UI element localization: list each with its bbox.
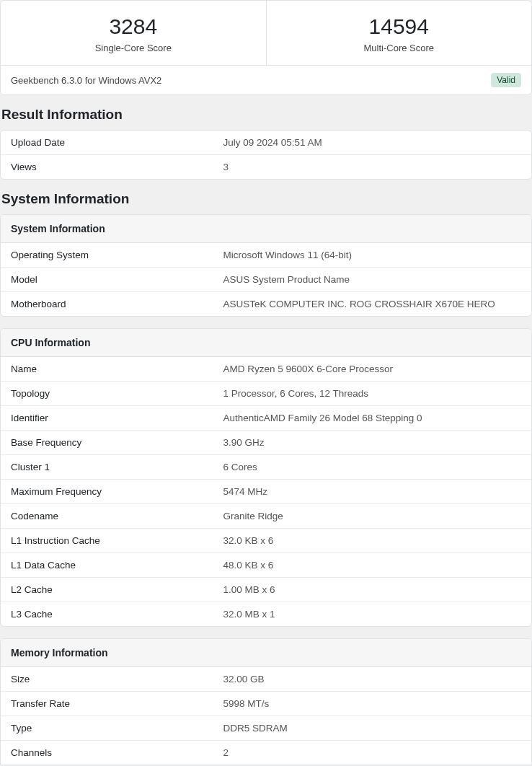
row-label: Size (1, 667, 213, 692)
single-core-cell: 3284 Single-Core Score (1, 1, 267, 65)
row-label: Channels (1, 741, 213, 765)
row-label: Type (1, 716, 213, 741)
single-core-value: 3284 (1, 14, 266, 40)
row-value: Granite Ridge (213, 504, 531, 529)
table-row: L3 Cache32.0 MB x 1 (1, 602, 531, 627)
row-label: Codename (1, 504, 213, 529)
row-value: AMD Ryzen 5 9600X 6-Core Processor (213, 357, 531, 382)
table-row: Topology1 Processor, 6 Cores, 12 Threads (1, 382, 531, 406)
table-header-label: CPU Information (1, 329, 531, 357)
row-label: L2 Cache (1, 578, 213, 602)
table-row: Operating System Microsoft Windows 11 (6… (1, 243, 531, 268)
version-text: Geekbench 6.3.0 for Windows AVX2 (11, 75, 161, 86)
row-label: Maximum Frequency (1, 480, 213, 504)
table-row: Model ASUS System Product Name (1, 268, 531, 292)
row-label: Name (1, 357, 213, 382)
row-value: 6 Cores (213, 455, 531, 480)
table-row: Maximum Frequency5474 MHz (1, 480, 531, 504)
row-label: Motherboard (1, 292, 213, 317)
row-label: Identifier (1, 406, 213, 431)
table-header: CPU Information (1, 329, 531, 357)
table-row: Views 3 (1, 155, 531, 180)
table-row: NameAMD Ryzen 5 9600X 6-Core Processor (1, 357, 531, 382)
scores-card: 3284 Single-Core Score 14594 Multi-Core … (0, 0, 532, 95)
row-label: Topology (1, 382, 213, 406)
row-value: DDR5 SDRAM (213, 716, 531, 741)
table-row: CodenameGranite Ridge (1, 504, 531, 529)
row-value: ASUSTeK COMPUTER INC. ROG CROSSHAIR X670… (213, 292, 531, 317)
table-row: Transfer Rate5998 MT/s (1, 692, 531, 716)
table-row: L1 Instruction Cache32.0 KB x 6 (1, 529, 531, 553)
row-value: July 09 2024 05:51 AM (213, 131, 531, 155)
table-row: Motherboard ASUSTeK COMPUTER INC. ROG CR… (1, 292, 531, 317)
table-row: Upload Date July 09 2024 05:51 AM (1, 131, 531, 155)
row-value: ASUS System Product Name (213, 268, 531, 292)
row-label: Cluster 1 (1, 455, 213, 480)
table-header-label: Memory Information (1, 639, 531, 667)
row-value: 32.00 GB (213, 667, 531, 692)
row-value: 32.0 MB x 1 (213, 602, 531, 627)
result-info-heading: Result Information (1, 107, 532, 123)
table-row: L1 Data Cache48.0 KB x 6 (1, 553, 531, 578)
result-info-table: Upload Date July 09 2024 05:51 AM Views … (1, 131, 531, 179)
table-row: Cluster 16 Cores (1, 455, 531, 480)
table-row: TypeDDR5 SDRAM (1, 716, 531, 741)
table-row: Base Frequency3.90 GHz (1, 431, 531, 455)
table-row: IdentifierAuthenticAMD Family 26 Model 6… (1, 406, 531, 431)
row-value: Microsoft Windows 11 (64-bit) (213, 243, 531, 268)
table-row: Channels2 (1, 741, 531, 765)
row-label: Upload Date (1, 131, 213, 155)
cpu-info-table: CPU Information NameAMD Ryzen 5 9600X 6-… (1, 329, 531, 626)
row-value: AuthenticAMD Family 26 Model 68 Stepping… (213, 406, 531, 431)
row-label: L1 Data Cache (1, 553, 213, 578)
system-info-card: System Information Operating System Micr… (0, 214, 532, 317)
multi-core-cell: 14594 Multi-Core Score (267, 1, 532, 65)
row-value: 2 (213, 741, 531, 765)
row-value: 1.00 MB x 6 (213, 578, 531, 602)
row-value: 48.0 KB x 6 (213, 553, 531, 578)
result-info-card: Upload Date July 09 2024 05:51 AM Views … (0, 130, 532, 180)
row-value: 3.90 GHz (213, 431, 531, 455)
row-value: 3 (213, 155, 531, 180)
row-label: Views (1, 155, 213, 180)
row-label: Transfer Rate (1, 692, 213, 716)
row-value: 32.0 KB x 6 (213, 529, 531, 553)
row-label: L1 Instruction Cache (1, 529, 213, 553)
single-core-label: Single-Core Score (1, 43, 266, 53)
row-value: 5474 MHz (213, 480, 531, 504)
valid-badge: Valid (491, 73, 521, 87)
row-label: Model (1, 268, 213, 292)
row-label: L3 Cache (1, 602, 213, 627)
table-row: Size32.00 GB (1, 667, 531, 692)
row-value: 1 Processor, 6 Cores, 12 Threads (213, 382, 531, 406)
memory-info-card: Memory Information Size32.00 GB Transfer… (0, 638, 532, 765)
row-label: Operating System (1, 243, 213, 268)
table-header-label: System Information (1, 215, 531, 243)
cpu-info-card: CPU Information NameAMD Ryzen 5 9600X 6-… (0, 328, 532, 627)
multi-core-label: Multi-Core Score (267, 43, 532, 53)
table-header: System Information (1, 215, 531, 243)
multi-core-value: 14594 (267, 14, 532, 40)
memory-info-table: Memory Information Size32.00 GB Transfer… (1, 639, 531, 765)
table-header: Memory Information (1, 639, 531, 667)
system-info-heading: System Information (1, 191, 532, 207)
table-row: L2 Cache1.00 MB x 6 (1, 578, 531, 602)
scores-row: 3284 Single-Core Score 14594 Multi-Core … (1, 1, 531, 66)
row-value: 5998 MT/s (213, 692, 531, 716)
version-row: Geekbench 6.3.0 for Windows AVX2 Valid (1, 66, 531, 94)
system-info-table: System Information Operating System Micr… (1, 215, 531, 316)
row-label: Base Frequency (1, 431, 213, 455)
